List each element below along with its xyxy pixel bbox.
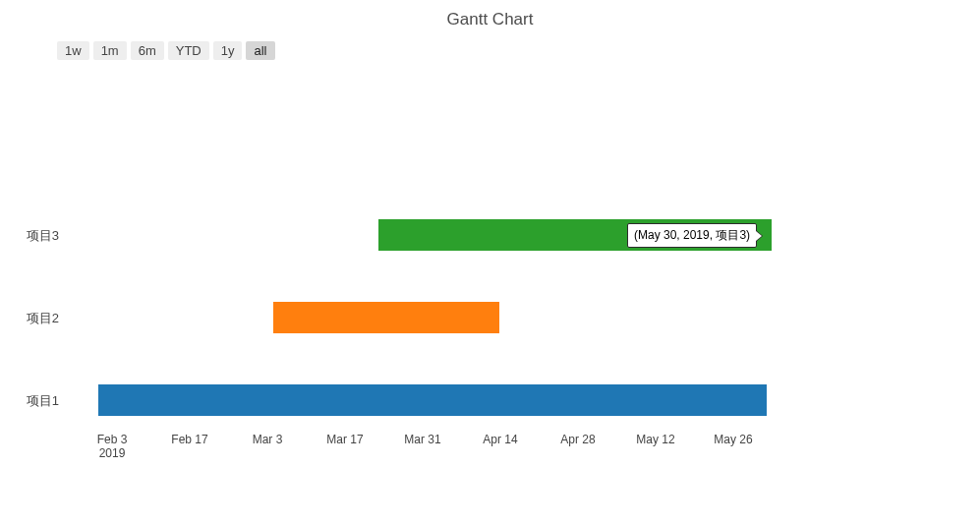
rangeselector: 1w 1m 6m YTD 1y all bbox=[57, 41, 275, 60]
x-tick-label: May 12 bbox=[636, 433, 674, 446]
range-1y[interactable]: 1y bbox=[213, 41, 243, 60]
plot-area: 项目3 项目2 项目1 (May 30, 2019, 项目3) Feb 3201… bbox=[64, 74, 958, 462]
range-ytd[interactable]: YTD bbox=[168, 41, 209, 60]
x-axis: Feb 32019 Feb 17 Mar 3 Mar 17 Mar 31 Apr… bbox=[64, 433, 958, 462]
hover-tooltip: (May 30, 2019, 项目3) bbox=[627, 223, 757, 248]
x-tick-label: Mar 31 bbox=[404, 433, 440, 446]
x-tick-label: Mar 17 bbox=[326, 433, 363, 446]
chart-title: Gantt Chart bbox=[0, 10, 980, 29]
range-all[interactable]: all bbox=[246, 41, 274, 60]
gantt-bar-project2[interactable] bbox=[273, 302, 499, 333]
gantt-bar-project1[interactable] bbox=[98, 384, 767, 416]
range-6m[interactable]: 6m bbox=[131, 41, 164, 60]
range-1w[interactable]: 1w bbox=[57, 41, 89, 60]
y-tick-label: 项目3 bbox=[20, 227, 59, 245]
x-tick-label: Feb 17 bbox=[171, 433, 207, 446]
y-tick-label: 项目1 bbox=[20, 392, 59, 410]
x-tick-label: Apr 14 bbox=[483, 433, 517, 446]
x-tick-label: Mar 3 bbox=[253, 433, 283, 446]
y-tick-label: 项目2 bbox=[20, 310, 59, 327]
range-1m[interactable]: 1m bbox=[93, 41, 127, 60]
x-tick-label: Feb 32019 bbox=[97, 433, 128, 460]
x-tick-label: May 26 bbox=[714, 433, 752, 446]
x-tick-label: Apr 28 bbox=[560, 433, 595, 446]
